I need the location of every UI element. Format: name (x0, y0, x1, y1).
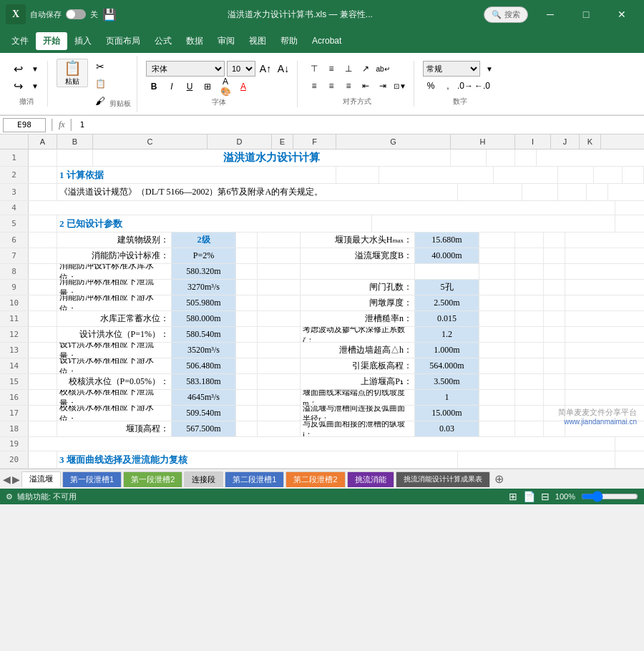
cell-label9[interactable]: 消能防冲标准相应下泄流量： (57, 280, 172, 295)
cell-val11r[interactable]: 0.015 (415, 311, 479, 326)
cell-label8[interactable]: 消能防冲设计标准水库水位： (57, 264, 172, 279)
cell-val9r[interactable]: 5孔 (415, 280, 479, 295)
cell-section3[interactable]: 3 堰面曲线选择及泄流能力复核 (57, 451, 458, 468)
cell-j1[interactable] (487, 150, 515, 166)
cell-f16[interactable] (258, 390, 301, 405)
percent-button[interactable]: % (423, 78, 439, 94)
cell-val12[interactable]: 580.540m (172, 327, 236, 342)
cell-k17[interactable] (544, 406, 565, 421)
cell-k13[interactable] (544, 343, 565, 358)
tab-spillway1-1[interactable]: 第一段泄槽1 (62, 471, 122, 487)
increase-indent-button[interactable]: ⇥ (375, 78, 391, 94)
cell-a2[interactable] (29, 167, 57, 183)
cell-val17r[interactable]: 15.000m (415, 406, 479, 421)
cell-val13[interactable]: 3520m³/s (172, 343, 236, 358)
cell-f8[interactable] (258, 264, 301, 279)
cell-b1[interactable] (57, 150, 93, 166)
cell-section1-content[interactable]: 《溢洪道设计规范》（DL/T 5166—2002）第6节及附录A的有关规定。 (57, 184, 458, 200)
cell-label11r[interactable]: 泄槽糙率n： (301, 311, 415, 326)
menu-acrobat[interactable]: Acrobat (305, 33, 348, 49)
cell-e6[interactable] (236, 232, 258, 248)
undo-dropdown[interactable]: ▼ (27, 61, 43, 77)
cell-e12[interactable] (236, 327, 258, 342)
cell-a7[interactable] (29, 248, 57, 263)
copy-button[interactable]: 📋 (92, 76, 108, 92)
cell-i8[interactable] (479, 264, 515, 279)
cell-a15[interactable] (29, 374, 57, 389)
cell-val8r[interactable] (415, 264, 479, 279)
cell-i11[interactable] (479, 311, 515, 326)
tab-flip-bucket[interactable]: 挑流消能 (347, 471, 394, 487)
cell-f14[interactable] (258, 358, 301, 373)
cell-a14[interactable] (29, 358, 57, 373)
layout-view-button[interactable]: 📄 (523, 491, 535, 502)
cell-label12[interactable]: 设计洪水位（P=1%）： (57, 327, 172, 342)
cell-a6[interactable] (29, 232, 57, 248)
menu-review[interactable]: 审阅 (210, 32, 242, 50)
cell-e16[interactable] (236, 390, 258, 405)
cell-j9[interactable] (515, 280, 544, 295)
cell-j7[interactable] (515, 248, 544, 263)
add-sheet-button[interactable]: ⊕ (494, 472, 504, 486)
cell-val16r[interactable]: 1 (415, 390, 479, 405)
cell-val9[interactable]: 3270m³/s (172, 280, 236, 295)
cell-j6[interactable] (515, 232, 544, 248)
search-box[interactable]: 🔍 搜索 (484, 6, 528, 23)
cell-f12[interactable] (258, 327, 301, 342)
cell-g2[interactable] (379, 167, 494, 183)
cell-k6[interactable] (544, 232, 565, 248)
cell-section1[interactable]: 1 计算依据 (57, 167, 336, 183)
align-bottom-button[interactable]: ⊥ (341, 61, 356, 77)
cell-val10[interactable]: 505.980m (172, 295, 236, 310)
cell-f15[interactable] (258, 374, 301, 389)
undo-button[interactable]: ↩ (10, 61, 26, 77)
cell-val18r[interactable]: 0.03 (415, 421, 479, 436)
cell-rest20[interactable] (458, 451, 615, 468)
cell-label13r[interactable]: 泄槽边墙超高△h： (301, 343, 415, 358)
cell-k8[interactable] (544, 264, 565, 279)
cell-a4[interactable] (29, 201, 615, 215)
cell-h2[interactable] (494, 167, 558, 183)
cell-i18[interactable] (479, 421, 515, 436)
cell-label10[interactable]: 消能防冲标准相应下游水位： (57, 295, 172, 310)
cell-val18[interactable]: 567.500m (172, 421, 236, 436)
cell-a1[interactable] (29, 150, 57, 166)
cell-label13[interactable]: 设计洪水标准相应下泄流量： (57, 343, 172, 358)
formula-input[interactable] (78, 118, 641, 132)
cell-val16[interactable]: 4645m³/s (172, 390, 236, 405)
cell-label18r[interactable]: 与反弧曲面相接的泄槽的纵坡i： (301, 421, 415, 436)
cell-label8r[interactable] (301, 264, 415, 279)
cell-j2[interactable] (594, 167, 623, 183)
cell-a11[interactable] (29, 311, 57, 326)
cell-f7[interactable] (258, 248, 301, 263)
paste-button[interactable]: 📋 粘贴 (57, 59, 88, 87)
align-right-button[interactable]: ≡ (341, 78, 356, 94)
cell-e13[interactable] (236, 343, 258, 358)
cell-section2[interactable]: 2 已知设计参数 (57, 215, 372, 232)
cell-val12r[interactable]: 1.2 (415, 327, 479, 342)
cell-label16r[interactable]: 堰面曲线末端端点的切线坡度m： (301, 390, 415, 405)
cell-k1[interactable] (515, 150, 537, 166)
font-size-select[interactable]: 10 (227, 61, 255, 77)
cell-i16[interactable] (479, 390, 515, 405)
cell-k15[interactable] (544, 374, 565, 389)
cell-title[interactable]: 溢洪道水力设计计算 (93, 150, 451, 166)
cell-a17[interactable] (29, 406, 57, 421)
save-icon[interactable]: 💾 (102, 8, 117, 21)
cell-j13[interactable] (515, 343, 544, 358)
minimize-button[interactable]: ─ (534, 4, 567, 24)
cell-label15r[interactable]: 上游堰高P₁： (301, 374, 415, 389)
menu-insert[interactable]: 插入 (67, 32, 99, 50)
tab-spillway2-2[interactable]: 第二段泄槽2 (286, 471, 345, 487)
cell-a9[interactable] (29, 280, 57, 295)
cell-j3[interactable] (558, 184, 587, 200)
align-left-button[interactable]: ≡ (306, 78, 322, 94)
menu-data[interactable]: 数据 (179, 32, 210, 50)
merge-button[interactable]: ⊡▼ (392, 78, 408, 94)
font-color-button[interactable]: A (235, 79, 251, 94)
cell-f6[interactable] (258, 232, 301, 248)
tab-results-table[interactable]: 挑流消能设计计算成果表 (396, 471, 490, 487)
cell-label9r[interactable]: 闸门孔数： (301, 280, 415, 295)
cell-i15[interactable] (479, 374, 515, 389)
cell-a18[interactable] (29, 421, 57, 436)
